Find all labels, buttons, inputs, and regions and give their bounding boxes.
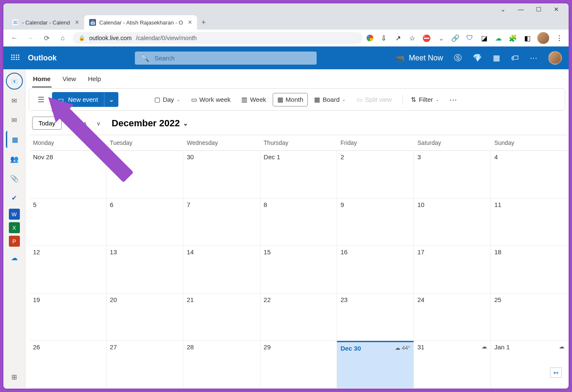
close-tab-icon[interactable]: × <box>188 19 192 26</box>
day-cell[interactable]: 29 <box>107 151 183 198</box>
day-cell[interactable]: 26 <box>30 341 107 388</box>
day-cell[interactable]: 8 <box>260 199 337 246</box>
ext-icon[interactable]: 🔗 <box>451 34 460 42</box>
prev-month-button[interactable]: ∧ <box>79 118 90 128</box>
address-bar[interactable]: 🔒 outlook.live.com/calendar/0/view/month <box>73 32 362 44</box>
day-cell[interactable]: 23 <box>337 294 414 341</box>
bookmark-icon[interactable]: ☆ <box>408 34 416 42</box>
day-cell[interactable]: 6 <box>107 199 183 246</box>
close-tab-icon[interactable]: × <box>75 19 79 26</box>
day-cell[interactable]: Jan 1☁ <box>491 341 568 388</box>
app-launcher-icon[interactable]: ⠿⠿ <box>10 53 19 63</box>
more-apps-icon[interactable]: ⊞ <box>6 368 23 385</box>
onedrive-icon[interactable]: ☁ <box>6 249 23 266</box>
reload-button[interactable]: ⟳ <box>41 32 52 44</box>
outlook-app-icon[interactable]: 📧 <box>6 73 23 90</box>
day-cell[interactable]: 7 <box>183 199 260 246</box>
browser-tab-google-calendar[interactable]: 30 - Calendar - Calend × <box>7 15 84 30</box>
maximize-icon[interactable]: ☐ <box>535 6 542 13</box>
share-icon[interactable]: ↗ <box>394 34 402 42</box>
account-avatar[interactable] <box>548 51 562 65</box>
mail-alt-icon[interactable]: ✉ <box>6 112 23 128</box>
adblock-icon[interactable]: ⛔ <box>422 34 431 42</box>
day-cell[interactable]: 20 <box>107 294 183 341</box>
menu-icon[interactable]: ⋮ <box>555 34 564 42</box>
mail-icon[interactable]: ✉ <box>6 92 23 109</box>
day-cell[interactable]: 15 <box>260 246 337 293</box>
day-cell[interactable]: 29 <box>260 341 337 388</box>
split-view-button[interactable]: ▭Split view <box>352 93 396 106</box>
new-event-main[interactable]: ▭ New event <box>52 92 104 107</box>
restore-pane-button[interactable]: ↤ <box>550 368 562 378</box>
pocket-icon[interactable]: ⌄ <box>437 34 445 42</box>
close-icon[interactable]: ✕ <box>553 6 560 13</box>
back-button[interactable]: ← <box>8 32 20 44</box>
month-year-label[interactable]: December 2022 ⌄ <box>112 118 188 129</box>
day-cell[interactable]: 16 <box>337 246 414 293</box>
search-input[interactable] <box>154 54 311 62</box>
work-week-button[interactable]: ▭Work week <box>186 93 235 106</box>
day-cell[interactable]: 11 <box>491 199 568 246</box>
day-cell[interactable]: 28 <box>183 341 260 388</box>
files-icon[interactable]: 📎 <box>6 170 23 187</box>
hamburger-icon[interactable]: ☰ <box>33 93 49 107</box>
day-cell[interactable]: 22 <box>260 294 337 341</box>
day-cell[interactable]: 13 <box>107 246 183 293</box>
new-event-dropdown[interactable]: ⌄ <box>104 92 118 107</box>
day-cell[interactable]: Dec 30☁ 44° <box>337 341 414 388</box>
day-cell[interactable]: 27 <box>107 341 183 388</box>
home-button[interactable]: ⌂ <box>57 32 68 44</box>
excel-icon[interactable]: X <box>9 222 20 233</box>
day-cell[interactable]: 14 <box>183 246 260 293</box>
tips-icon[interactable]: 🏷 <box>511 54 519 63</box>
news-icon[interactable]: ▦ <box>493 53 500 63</box>
google-icon[interactable] <box>367 35 373 41</box>
next-month-button[interactable]: ∨ <box>93 118 104 128</box>
day-cell[interactable]: 10 <box>414 199 491 246</box>
ext-icon[interactable]: ☁ <box>494 34 503 42</box>
day-cell[interactable]: 9 <box>337 199 414 246</box>
day-cell[interactable]: 31☁ <box>414 341 491 388</box>
day-cell[interactable]: 21 <box>183 294 260 341</box>
day-cell[interactable]: Nov 28 <box>30 151 107 198</box>
day-cell[interactable]: 30 <box>183 151 260 198</box>
month-view-button[interactable]: ▦Month <box>273 93 308 106</box>
meet-now-button[interactable]: 📹 Meet Now <box>395 53 443 63</box>
tab-home[interactable]: Home <box>32 74 52 87</box>
people-icon[interactable]: 👥 <box>6 150 23 167</box>
day-view-button[interactable]: ▢Day⌄ <box>150 93 185 106</box>
search-box[interactable]: 🔍 <box>135 52 317 65</box>
profile-avatar[interactable] <box>537 32 549 44</box>
day-cell[interactable]: 12 <box>30 246 107 293</box>
filter-button[interactable]: ⇅Filter⌄ <box>406 93 443 106</box>
todo-icon[interactable]: ✔ <box>6 189 23 206</box>
word-icon[interactable]: W <box>9 209 20 220</box>
day-cell[interactable]: 2 <box>337 151 414 198</box>
tab-help[interactable]: Help <box>87 74 102 87</box>
browser-tab-outlook-calendar[interactable]: 📅 Calendar - Atish Rajasekharan - O × <box>84 15 197 30</box>
tab-view[interactable]: View <box>62 74 77 87</box>
board-view-button[interactable]: ▦Board⌄ <box>309 93 350 106</box>
forward-button[interactable]: → <box>25 32 36 44</box>
powerpoint-icon[interactable]: P <box>9 236 20 247</box>
day-cell[interactable]: 25 <box>491 294 568 341</box>
day-cell[interactable]: 18 <box>491 246 568 293</box>
day-cell[interactable]: 24 <box>414 294 491 341</box>
week-view-button[interactable]: ▥Week <box>237 93 271 106</box>
day-cell[interactable]: 17 <box>414 246 491 293</box>
chevron-down-icon[interactable]: ⌄ <box>499 6 507 13</box>
sidepanel-icon[interactable]: ◧ <box>523 34 531 42</box>
calendar-icon[interactable]: ▦ <box>6 131 23 148</box>
ext-icon[interactable]: ◪ <box>480 34 488 42</box>
more-actions-icon[interactable]: ⋯ <box>447 95 460 104</box>
day-cell[interactable]: Dec 1 <box>260 151 337 198</box>
extensions-icon[interactable]: 🧩 <box>509 34 517 42</box>
minimize-icon[interactable]: ― <box>517 6 525 13</box>
new-event-button[interactable]: ▭ New event ⌄ <box>52 92 118 107</box>
day-cell[interactable]: 3 <box>414 151 491 198</box>
more-icon[interactable]: ⋯ <box>530 53 537 63</box>
today-button[interactable]: Today <box>32 117 62 130</box>
premium-icon[interactable]: 💎 <box>473 53 482 63</box>
skype-icon[interactable]: Ⓢ <box>454 53 462 63</box>
day-cell[interactable]: 19 <box>30 294 107 341</box>
